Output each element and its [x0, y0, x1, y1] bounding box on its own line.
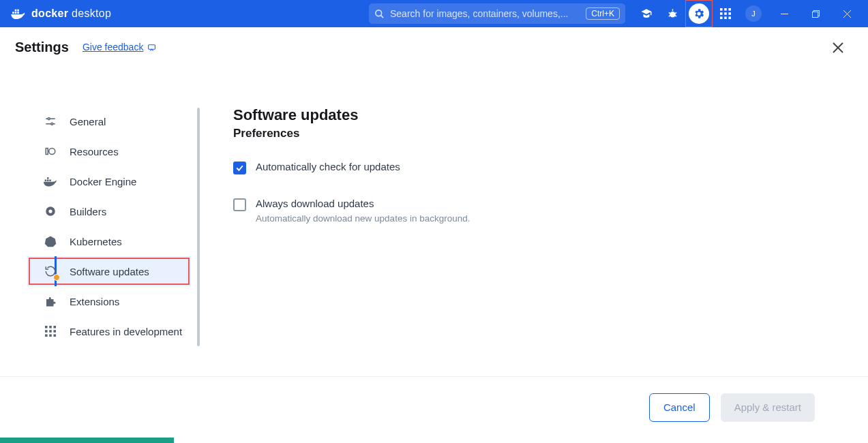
bug-button[interactable] [659, 0, 685, 27]
sidebar-item-software-updates[interactable]: Software updates [27, 256, 191, 286]
svg-rect-27 [149, 44, 155, 49]
svg-rect-48 [53, 330, 56, 333]
svg-rect-17 [724, 12, 727, 15]
update-badge-icon [53, 274, 60, 281]
svg-point-41 [48, 209, 52, 213]
app-name: docker desktop [31, 7, 111, 20]
always-download-checkbox[interactable] [233, 198, 246, 211]
svg-rect-37 [47, 180, 49, 182]
sidebar-scrollbar[interactable] [197, 108, 200, 346]
sidebar-item-label: Docker Engine [70, 176, 136, 187]
grid-icon [44, 324, 57, 338]
svg-marker-42 [45, 236, 57, 247]
sidebar-item-label: General [70, 116, 106, 127]
svg-rect-36 [45, 180, 47, 182]
svg-line-6 [380, 15, 383, 18]
settings-button-highlight [685, 0, 713, 27]
titlebar-actions: J [633, 0, 863, 27]
app-logo: docker desktop [11, 7, 111, 20]
close-settings-button[interactable] [827, 37, 849, 59]
option-label: Automatically check for updates [256, 161, 400, 172]
svg-point-5 [376, 10, 382, 16]
settings-footer: Cancel Apply & restart [0, 376, 868, 438]
settings-main: Software updates Preferences Automatical… [200, 67, 868, 375]
svg-rect-19 [720, 16, 723, 19]
settings-button[interactable] [689, 3, 709, 24]
resources-icon [44, 144, 57, 158]
svg-rect-47 [49, 330, 52, 333]
svg-rect-20 [724, 16, 727, 19]
account-avatar[interactable]: J [738, 0, 768, 27]
svg-rect-45 [53, 326, 56, 329]
wrench-icon [44, 204, 57, 218]
svg-rect-0 [12, 12, 14, 14]
sidebar-item-kubernetes[interactable]: Kubernetes [0, 226, 200, 256]
window-maximize[interactable] [800, 0, 831, 27]
svg-line-11 [668, 15, 670, 16]
settings-sidebar: General Resources Docker Engine Builders… [0, 67, 200, 375]
svg-point-31 [48, 118, 50, 120]
window-minimize[interactable] [768, 0, 800, 27]
sidebar-item-builders[interactable]: Builders [0, 196, 200, 226]
svg-rect-49 [45, 334, 48, 337]
search-shortcut: Ctrl+K [586, 7, 620, 20]
svg-rect-16 [720, 12, 723, 15]
sidebar-item-label: Builders [70, 206, 106, 217]
svg-rect-24 [812, 12, 818, 17]
svg-rect-44 [49, 326, 52, 329]
cancel-button[interactable]: Cancel [649, 393, 710, 422]
svg-rect-14 [724, 8, 727, 11]
sidebar-item-docker-engine[interactable]: Docker Engine [0, 166, 200, 196]
sidebar-item-features-dev[interactable]: Features in development [0, 316, 200, 346]
sidebar-item-label: Kubernetes [70, 236, 122, 247]
svg-rect-15 [728, 8, 731, 11]
sliders-icon [44, 114, 57, 128]
search-icon [374, 9, 385, 19]
settings-body: General Resources Docker Engine Builders… [0, 67, 868, 375]
svg-rect-3 [15, 10, 17, 12]
status-bar-accent [0, 438, 174, 443]
svg-point-33 [51, 123, 53, 125]
svg-rect-43 [45, 326, 48, 329]
svg-rect-38 [49, 180, 51, 182]
whale-icon [44, 174, 57, 188]
settings-header: Settings Give feedback [0, 27, 868, 67]
option-auto-check: Automatically check for updates [233, 161, 868, 174]
svg-rect-2 [17, 12, 19, 14]
apply-restart-button[interactable]: Apply & restart [721, 393, 815, 422]
sidebar-item-general[interactable]: General [0, 106, 200, 136]
svg-rect-21 [728, 16, 731, 19]
svg-rect-18 [728, 12, 731, 15]
window-close[interactable] [831, 0, 863, 27]
apps-grid-button[interactable] [713, 0, 738, 27]
puzzle-icon [44, 294, 57, 308]
kubernetes-icon [44, 234, 57, 248]
learn-button[interactable] [633, 0, 659, 27]
section-subtitle: Preferences [233, 127, 868, 140]
page-title: Settings [15, 40, 69, 55]
sidebar-item-label: Software updates [70, 266, 149, 277]
svg-rect-39 [47, 177, 49, 179]
svg-rect-13 [720, 8, 723, 11]
svg-rect-1 [15, 12, 17, 14]
svg-line-10 [675, 12, 676, 13]
feedback-icon [147, 43, 156, 52]
sidebar-item-label: Features in development [70, 326, 182, 337]
sidebar-item-resources[interactable]: Resources [0, 136, 200, 166]
sidebar-item-label: Extensions [70, 296, 119, 307]
whale-icon [11, 8, 26, 19]
search-input[interactable]: Search for images, containers, volumes,.… [369, 3, 625, 24]
svg-line-9 [668, 12, 670, 13]
svg-point-7 [670, 11, 676, 16]
option-description: Automatically download new updates in ba… [256, 213, 470, 224]
sidebar-item-label: Resources [70, 146, 119, 157]
svg-rect-51 [53, 334, 56, 337]
sidebar-item-extensions[interactable]: Extensions [0, 286, 200, 316]
svg-point-35 [49, 149, 55, 155]
section-title: Software updates [233, 106, 868, 124]
svg-rect-50 [49, 334, 52, 337]
svg-rect-34 [46, 149, 48, 155]
auto-check-checkbox[interactable] [233, 162, 246, 174]
svg-line-12 [675, 15, 676, 16]
feedback-link[interactable]: Give feedback [83, 42, 157, 52]
